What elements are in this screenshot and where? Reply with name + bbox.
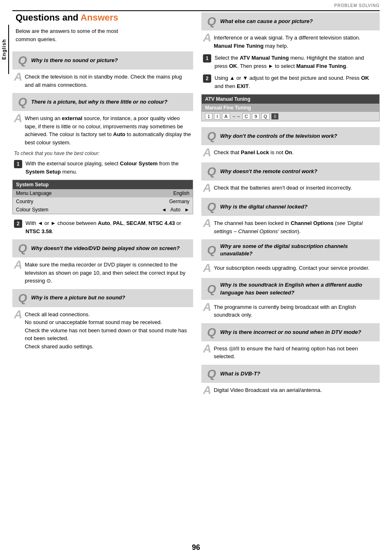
atv-manual-tuning-table: ATV Manual Tuning Manual Fine Tuning 1 I… bbox=[201, 94, 380, 121]
a10-letter: A bbox=[203, 301, 211, 313]
q11-block: Q Why is there incorrect or no sound whe… bbox=[201, 323, 380, 341]
q3-question: Why doesn't the video/DVD being played s… bbox=[31, 245, 180, 252]
q5-question: What else can cause a poor picture? bbox=[220, 18, 313, 25]
q2-letter: Q bbox=[18, 96, 27, 108]
step1-circle: 1 bbox=[14, 160, 22, 168]
a10-text: The programme is currently being broadca… bbox=[214, 303, 378, 319]
atv-cell-I: I bbox=[214, 113, 220, 120]
a2-text: When using an external source, for insta… bbox=[25, 114, 191, 146]
q2-question: There is a picture, but why is there lit… bbox=[31, 98, 168, 106]
a9-letter: A bbox=[203, 262, 211, 274]
q7-question: Why doesn't the remote control work? bbox=[220, 168, 317, 175]
country-value: Germany bbox=[112, 197, 193, 206]
q1-block: Q Why is there no sound or picture? bbox=[12, 51, 193, 70]
q1-question: Why is there no sound or picture? bbox=[31, 57, 118, 64]
q5-letter: Q bbox=[207, 16, 216, 27]
atv-header-cell: ATV Manual Tuning bbox=[202, 95, 380, 104]
menu-language-label: Menu Language bbox=[13, 189, 112, 197]
atv-controls-cell: 1 I A →→ C 9 Q 0 bbox=[202, 112, 380, 121]
a11-text: Press ◎I/II to ensure the hard of hearin… bbox=[214, 345, 378, 361]
a4-text: Check all lead connections. No sound or … bbox=[25, 310, 191, 351]
atv-arrow-symbol: →→ bbox=[232, 114, 241, 119]
atv-cell-0: 0 bbox=[271, 113, 279, 120]
a2-block: A When using an external source, for ins… bbox=[12, 114, 193, 146]
r-step2-text: Using ▲ or ▼ adjust to get the best pict… bbox=[214, 74, 378, 90]
q9-question: Why are some of the digital subscription… bbox=[220, 243, 376, 257]
a9-block: A Your subscription needs upgrading. Con… bbox=[201, 264, 380, 274]
a3-text: Make sure the media recorder or DVD play… bbox=[25, 261, 191, 285]
r-step1-circle: 1 bbox=[203, 54, 211, 63]
q12-question: What is DVB-T? bbox=[220, 370, 261, 378]
q12-block: Q What is DVB-T? bbox=[201, 365, 380, 383]
r-step2-row: 2 Using ▲ or ▼ adjust to get the best pi… bbox=[201, 74, 380, 90]
q10-block: Q Why is the soundtrack in English when … bbox=[201, 278, 380, 299]
q6-question: Why don't the controls of the television… bbox=[220, 132, 337, 140]
a5-block: A Interference or a weak signal. Try a d… bbox=[201, 34, 380, 50]
q4-letter: Q bbox=[18, 292, 27, 304]
q7-letter: Q bbox=[207, 166, 216, 177]
q6-letter: Q bbox=[207, 130, 216, 142]
a5-text: Interference or a weak signal. Try a dif… bbox=[214, 34, 378, 50]
italic-note: To check that you have the best colour: bbox=[12, 151, 193, 156]
colour-system-value: ◄ Auto ► bbox=[112, 206, 193, 214]
r-step1-row: 1 Select the ATV Manual Tuning menu. Hig… bbox=[201, 54, 380, 70]
table-row-country: Country Germany bbox=[13, 197, 193, 206]
r-step2-circle: 2 bbox=[203, 74, 211, 83]
a8-block: A The channel has been locked in Channel… bbox=[201, 219, 380, 235]
atv-row3: 1 I A →→ C 9 Q 0 bbox=[202, 112, 380, 121]
q10-letter: Q bbox=[207, 283, 216, 295]
atv-manual-fine-tuning-cell: Manual Fine Tuning bbox=[202, 104, 380, 112]
q12-letter: Q bbox=[207, 368, 216, 380]
q7-block: Q Why doesn't the remote control work? bbox=[201, 162, 380, 181]
q8-letter: Q bbox=[207, 201, 216, 213]
q8-question: Why is the digital channel locked? bbox=[220, 203, 307, 211]
left-column: Questions and Answers Below are the answ… bbox=[12, 12, 193, 354]
a8-text: The channel has been locked in Channel O… bbox=[214, 219, 378, 235]
a12-block: A Digital Video Broadcast via an aerial/… bbox=[201, 386, 380, 396]
a7-letter: A bbox=[203, 182, 211, 194]
step2-text: With ◄ or ► choose between Auto, PAL, SE… bbox=[25, 219, 191, 235]
q11-letter: Q bbox=[207, 327, 216, 338]
table-header-row: System Setup bbox=[13, 180, 193, 190]
a1-letter: A bbox=[14, 71, 22, 83]
q3-letter: Q bbox=[18, 243, 27, 254]
q5-block: Q What else can cause a poor picture? bbox=[201, 12, 380, 30]
q4-question: Why is there a picture but no sound? bbox=[31, 294, 125, 301]
a6-letter: A bbox=[203, 147, 211, 158]
table-row-colour-system: Colour System ◄ Auto ► bbox=[13, 206, 193, 214]
sidebar-english: English bbox=[0, 25, 9, 74]
q4-block: Q Why is there a picture but no sound? bbox=[12, 289, 193, 307]
q1-letter: Q bbox=[18, 55, 27, 66]
a3-block: A Make sure the media recorder or DVD pl… bbox=[12, 261, 193, 285]
atv-row2: Manual Fine Tuning bbox=[202, 104, 380, 112]
a10-block: A The programme is currently being broad… bbox=[201, 303, 380, 319]
q8-block: Q Why is the digital channel locked? bbox=[201, 198, 380, 216]
a9-text: Your subscription needs upgrading. Conta… bbox=[214, 264, 369, 272]
top-border bbox=[12, 10, 380, 11]
menu-language-value: English bbox=[112, 189, 193, 197]
a1-block: A Check the television is not in standby… bbox=[12, 73, 193, 89]
page-title: Questions and Answers bbox=[16, 12, 193, 23]
q9-block: Q Why are some of the digital subscripti… bbox=[201, 239, 380, 261]
step2-circle: 2 bbox=[14, 220, 22, 228]
colour-system-label: Colour System bbox=[13, 206, 112, 214]
a2-letter: A bbox=[14, 113, 22, 124]
atv-cell-Q: Q bbox=[261, 113, 270, 120]
q3-block: Q Why doesn't the video/DVD being played… bbox=[12, 239, 193, 257]
title-part1: Questions and bbox=[16, 12, 81, 23]
a11-block: A Press ◎I/II to ensure the hard of hear… bbox=[201, 345, 380, 361]
title-part2: Answers bbox=[81, 12, 118, 23]
a6-block: A Check that Panel Lock is not On. bbox=[201, 148, 380, 158]
a4-block: A Check all lead connections. No sound o… bbox=[12, 310, 193, 351]
a11-letter: A bbox=[203, 343, 211, 354]
a1-text: Check the television is not in standby m… bbox=[25, 73, 191, 89]
a7-text: Check that the batteries aren't dead or … bbox=[214, 184, 352, 192]
r-step1-text: Select the ATV Manual Tuning menu. Highl… bbox=[214, 54, 378, 70]
a3-letter: A bbox=[14, 259, 22, 271]
atv-cell-1: 1 bbox=[205, 113, 212, 120]
atv-cell-C: C bbox=[242, 113, 251, 120]
atv-header-row: ATV Manual Tuning bbox=[202, 95, 380, 104]
step1-text: With the external source playing, select… bbox=[25, 160, 191, 176]
table-row-menu-language: Menu Language English bbox=[13, 189, 193, 197]
a7-block: A Check that the batteries aren't dead o… bbox=[201, 184, 380, 194]
